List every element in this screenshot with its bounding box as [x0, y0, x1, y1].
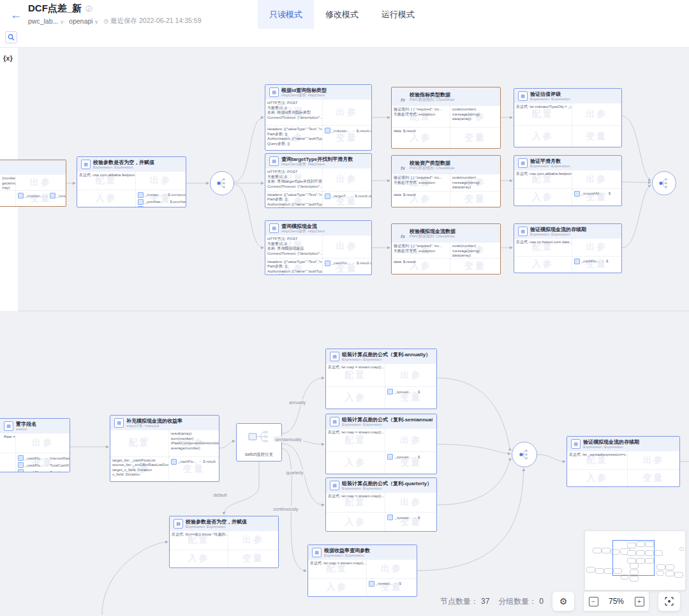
node-assemble-spread-annually[interactable]: ▤组装计算点差的公式（复利-annually）Expression: Expre…	[325, 349, 437, 409]
node-assemble-spread-quarterly[interactable]: ▤组装计算点差的公式（复利-quarterly）Expression: Expr…	[325, 477, 437, 532]
branch-icon	[517, 447, 531, 462]
node-partial-set-field-name[interactable]: ▤置字段名ession配置Rate =...出参入参变量_cashFlo...→…	[0, 418, 70, 472]
node-quadrant-bl: 入参	[514, 257, 572, 273]
tab-readonly-mode[interactable]: 只读模式	[258, 0, 314, 29]
node-config-lines: 验证规则: [ { "required": tru...失败处理方式: exce…	[394, 176, 448, 185]
node-count: 节点数量： 37	[440, 596, 489, 607]
clock-icon: ◷	[103, 18, 108, 24]
node-switch-branch[interactable]: switch流程分支	[236, 423, 282, 462]
node-title: 验证平滑月数	[530, 158, 570, 164]
node-config-lines: 表达式: use com.alibaba.fastjson...	[516, 172, 570, 177]
node-quadrant-br: 变量	[228, 550, 278, 567]
variable-icon	[138, 192, 144, 198]
node-quadrant-tl: 配置表达式: let map = stream.map()...	[326, 364, 385, 387]
variable-chip[interactable]: _smoothM...→$	[574, 191, 619, 197]
node-header: ▤校验参数是否为空，并赋值Expression: Expression	[77, 157, 186, 172]
node-verify-valuation-rating[interactable]: ▤验证估值评级Expression: Expression配置表达式: let …	[514, 88, 622, 147]
variable-chip[interactable]: _cashFlo...→TotalCashF...	[18, 462, 68, 468]
info-icon[interactable]: ⓘ	[85, 4, 92, 13]
node-body: 配置表达式: let indicatorTypeObj = _i...出参入参变…	[514, 103, 621, 147]
workspace-select[interactable]: pwc_lab... ∨	[28, 17, 64, 25]
variable-chip[interactable]: _targetT...→$.result.data	[325, 193, 369, 199]
node-http-query-sim-cashflow[interactable]: ▤查询模拟现金流HttpClient请求: HttpClient配置HTTP方法…	[265, 220, 372, 275]
node-assemble-spread-semiannually[interactable]: ▤组装计算点差的公式（复利-semiannually）Expression: E…	[325, 414, 437, 474]
variable-chip[interactable]: _spread...→$	[387, 389, 434, 394]
minimap[interactable]	[584, 530, 686, 590]
top-bar: ← DCF点差_新 ⓘ pwc_lab... ∨ openapi ∨ ◷ 最近保…	[0, 0, 689, 29]
node-partial-input-params[interactable]: 配置(number)ge(string)rray)出参入参变量_investm.…	[0, 160, 66, 207]
quadrant-watermark: 出参	[572, 103, 621, 125]
variable-chip[interactable]: _investm...→_investm...	[18, 193, 64, 199]
node-variable-chips: _indicato...→$.result.data	[325, 127, 369, 133]
variable-chip[interactable]: _cashFlo...→$.result.dat...	[325, 260, 369, 266]
tab-edit-mode[interactable]: 修改模式	[314, 0, 370, 29]
quadrant-watermark: 入参	[514, 189, 572, 206]
zoom-in-button[interactable]: +	[630, 592, 649, 611]
fit-view-button[interactable]	[658, 592, 680, 611]
node-title: 组装计算点差的公式（复利-annually）	[342, 352, 431, 357]
search-button[interactable]	[5, 31, 17, 43]
node-title: 校验参数是否为空，并赋值	[186, 519, 247, 525]
quadrant-watermark: 入参	[514, 257, 572, 273]
quadrant-watermark: 变量	[450, 259, 500, 274]
node-header: ▤验证模拟现金流的存续期Expression: Expression	[514, 224, 621, 239]
node-body: 配置验证规则: [ { "required": tru...失败处理方式: ex…	[392, 174, 500, 207]
quadrant-watermark: 出参	[228, 531, 278, 550]
node-verify-cashflow-duration-bottom[interactable]: ▤验证模拟现金流的存续期Expression: Expression配置表达式:…	[567, 436, 680, 487]
switch-branch-icon	[248, 429, 270, 444]
module-select[interactable]: openapi ∨	[69, 17, 98, 25]
tab-run-mode[interactable]: 运行模式	[370, 0, 426, 29]
junction-1[interactable]	[210, 171, 234, 195]
variable-chip[interactable]: _indicato...→$.result.data	[325, 128, 369, 133]
node-check-asset-type-data[interactable]: fx校验资产类型数据PWC数据规则: CheckRule配置验证规则: [ { …	[391, 155, 501, 207]
variable-chip[interactable]: _spread...→$	[369, 581, 415, 587]
node-subtitle: Expression: Expression	[324, 553, 370, 558]
variable-icon	[18, 462, 24, 468]
node-interp-cashflow-yield[interactable]: ▤补充模拟现金流的收益率scipy计算: Interp1d配置出参result(…	[110, 415, 219, 482]
variable-chip[interactable]: _cashFlo...→$.result	[171, 459, 217, 465]
back-button[interactable]: ←	[9, 8, 23, 22]
zoom-level[interactable]: 75%	[603, 597, 630, 606]
expression-icon: ▤	[81, 160, 91, 169]
node-http-query-indicator-type[interactable]: ▤根据id查询指标类型HttpClient请求: HttpClient配置HTT…	[265, 84, 372, 151]
quadrant-watermark: 变量	[228, 550, 278, 567]
variable-chip[interactable]: _cashFlo...→InterestRate	[18, 455, 68, 461]
node-check-params-empty-top[interactable]: ▤校验参数是否为空，并赋值Expression: Expression配置表达式…	[77, 156, 186, 207]
variables-badge[interactable]: {x}	[3, 54, 18, 62]
node-count-value: 37	[481, 597, 489, 606]
node-check-sim-cashflow-data[interactable]: fx校验模拟现金流数据PWC数据规则: CheckRule配置验证规则: [ {…	[391, 223, 501, 274]
node-title: 根据id查询指标类型	[281, 87, 327, 93]
node-quadrant-tl: 配置	[110, 430, 169, 457]
variable-chip[interactable]: _cashFlo...→$	[574, 259, 619, 264]
node-check-params-empty-bottom[interactable]: ▤校验参数是否为空，并赋值Expression: Expression配置表达式…	[169, 516, 279, 568]
quadrant-watermark: 变量	[572, 126, 621, 147]
node-query-yield-params[interactable]: ▤根据收益率查询参数Expression: Expression配置表达式: l…	[307, 545, 417, 597]
node-quadrant-tr: 出参result(array)sum(number)iPaaSComponent…	[169, 430, 219, 457]
quadrant-watermark: 入参	[308, 579, 366, 596]
variable-chip[interactable]: _compo...→$.compoun...	[138, 192, 184, 198]
junction-2[interactable]	[652, 171, 676, 195]
expression-icon: ▤	[174, 519, 183, 529]
variable-icon	[387, 389, 393, 394]
variable-icon	[18, 469, 24, 472]
variable-chip[interactable]: _cashFlo...→Duration	[18, 469, 68, 472]
variable-chip[interactable]: _purchas...→$.purchase...	[138, 199, 184, 205]
node-variable-chips: _cashFlo...→$	[574, 258, 619, 264]
junction-3[interactable]	[512, 442, 537, 467]
quadrant-watermark: 入参	[567, 470, 627, 486]
minimap-viewport[interactable]	[612, 540, 655, 576]
settings-button[interactable]: ⚙	[552, 592, 574, 611]
flow-canvas[interactable]: {x} 配置(number)ge(string)rray)出参入参变量_inve…	[0, 48, 689, 616]
node-http-query-target-type[interactable]: ▤查询targetType并找到平滑月数HttpClient请求: HttpCl…	[265, 153, 372, 208]
node-quadrant-tl: 配置表达式: let indicatorTypeObj = _i...	[514, 103, 572, 126]
node-check-indicator-type-data[interactable]: fx校验指标类型数据PWC数据规则: CheckRule配置验证规则: [ { …	[391, 87, 501, 149]
node-verify-cashflow-duration-top[interactable]: ▤验证模拟现金流的存续期Expression: Expression配置表达式:…	[514, 223, 622, 273]
node-verify-smooth-months[interactable]: ▤验证平滑月数Expression: Expression配置表达式: use …	[514, 155, 622, 206]
node-body: 配置表达式: let map = stream.map()...出参入参变量_s…	[308, 560, 417, 596]
variable-chip[interactable]: _indicato...→$.indicatorT...	[138, 206, 184, 207]
variable-chip[interactable]: _spread...→$	[387, 454, 434, 460]
node-header: fx校验指标类型数据PWC数据规则: CheckRule	[392, 87, 500, 106]
variable-chip[interactable]: _spread...→$	[387, 515, 434, 520]
node-quadrant-tl: 配置验证规则: [ { "required": tru...失败处理方式: ex…	[392, 243, 450, 259]
zoom-out-button[interactable]: −	[584, 592, 603, 611]
